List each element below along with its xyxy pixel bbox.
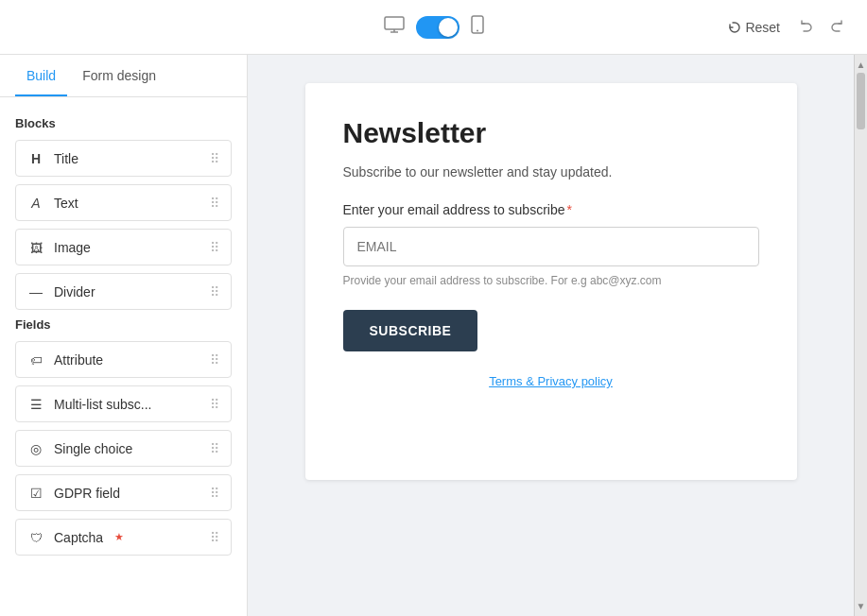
reset-label: Reset: [745, 20, 780, 35]
block-divider-label: Divider: [54, 284, 95, 299]
sidebar-tabs: Build Form design: [0, 55, 247, 97]
svg-point-4: [477, 30, 478, 32]
drag-handle-text[interactable]: ⠿: [210, 196, 219, 211]
svg-rect-0: [385, 17, 404, 29]
drag-handle-attribute[interactable]: ⠿: [210, 352, 219, 368]
image-icon: [27, 239, 44, 255]
block-title-label: Title: [54, 151, 78, 166]
scroll-track: [855, 73, 867, 598]
field-singlechoice[interactable]: Single choice ⠿: [15, 430, 232, 467]
block-title[interactable]: Title ⠿: [15, 140, 232, 177]
text-icon: [27, 195, 44, 211]
field-captcha[interactable]: Captcha ★ ⠿: [15, 519, 232, 556]
captcha-icon: [27, 529, 44, 545]
form-title: Newsletter: [343, 117, 759, 149]
toggle-switch[interactable]: [416, 16, 460, 39]
captcha-required-star: ★: [114, 531, 124, 543]
content-area: Newsletter Subscribe to our newsletter a…: [248, 55, 854, 616]
drag-handle-singlechoice[interactable]: ⠿: [210, 441, 219, 456]
form-subtitle: Subscribe to our newsletter and stay upd…: [343, 164, 759, 180]
desktop-icon[interactable]: [384, 16, 405, 38]
form-card: Newsletter Subscribe to our newsletter a…: [305, 83, 797, 480]
privacy-link[interactable]: Terms & Privacy policy: [343, 374, 759, 388]
email-input[interactable]: [343, 227, 759, 266]
field-hint: Provide your email address to subscribe.…: [343, 274, 759, 287]
gdpr-icon: [27, 485, 44, 501]
title-icon: [27, 150, 44, 166]
redo-button[interactable]: [825, 14, 848, 41]
block-text[interactable]: Text ⠿: [15, 184, 232, 221]
undo-button[interactable]: [795, 14, 818, 41]
fields-section-label: Fields: [15, 317, 232, 332]
block-divider[interactable]: Divider ⠿: [15, 273, 232, 310]
toolbar: Reset: [0, 0, 867, 55]
toolbar-center: [384, 15, 484, 39]
sidebar: Build Form design Blocks Title ⠿ Text ⠿: [0, 55, 248, 616]
tab-build[interactable]: Build: [15, 55, 67, 96]
drag-handle-captcha[interactable]: ⠿: [210, 530, 219, 545]
field-multilist[interactable]: Multi-list subsc... ⠿: [15, 385, 232, 422]
drag-handle-divider[interactable]: ⠿: [210, 284, 219, 299]
block-text-label: Text: [54, 196, 78, 211]
block-image[interactable]: Image ⠿: [15, 229, 232, 265]
multilist-icon: [27, 396, 44, 412]
subscribe-button[interactable]: SUBSCRIBE: [343, 310, 478, 351]
drag-handle-image[interactable]: ⠿: [210, 240, 219, 255]
scroll-thumb[interactable]: [857, 73, 865, 129]
drag-handle-title[interactable]: ⠿: [210, 151, 219, 166]
singlechoice-icon: [27, 440, 44, 456]
field-multilist-label: Multi-list subsc...: [54, 397, 151, 412]
field-attribute[interactable]: Attribute ⠿: [15, 341, 232, 378]
required-star: *: [567, 202, 572, 217]
scroll-up-arrow[interactable]: ▲: [855, 57, 867, 73]
mobile-icon[interactable]: [471, 15, 484, 39]
drag-handle-gdpr[interactable]: ⠿: [210, 486, 219, 501]
form-field-label: Enter your email address to subscribe*: [343, 202, 759, 217]
blocks-section-label: Blocks: [15, 116, 232, 130]
field-captcha-label: Captcha: [54, 530, 103, 545]
tab-form-design[interactable]: Form design: [71, 55, 167, 96]
divider-icon: [27, 283, 44, 299]
attribute-icon: [27, 351, 44, 368]
reset-button[interactable]: Reset: [720, 16, 788, 39]
field-attribute-label: Attribute: [54, 352, 103, 368]
drag-handle-multilist[interactable]: ⠿: [210, 397, 219, 412]
block-image-label: Image: [54, 240, 91, 255]
sidebar-content: Blocks Title ⠿ Text ⠿ Image: [0, 97, 247, 578]
field-gdpr[interactable]: GDPR field ⠿: [15, 474, 232, 511]
main-layout: Build Form design Blocks Title ⠿ Text ⠿: [0, 55, 867, 616]
scroll-down-arrow[interactable]: ▼: [855, 598, 867, 614]
field-singlechoice-label: Single choice: [54, 441, 132, 456]
toolbar-right: Reset: [720, 14, 848, 41]
field-gdpr-label: GDPR field: [54, 486, 120, 501]
fields-section: Fields Attribute ⠿ Multi-list subsc... ⠿: [15, 317, 232, 556]
scrollbar[interactable]: ▲ ▼: [854, 55, 867, 616]
